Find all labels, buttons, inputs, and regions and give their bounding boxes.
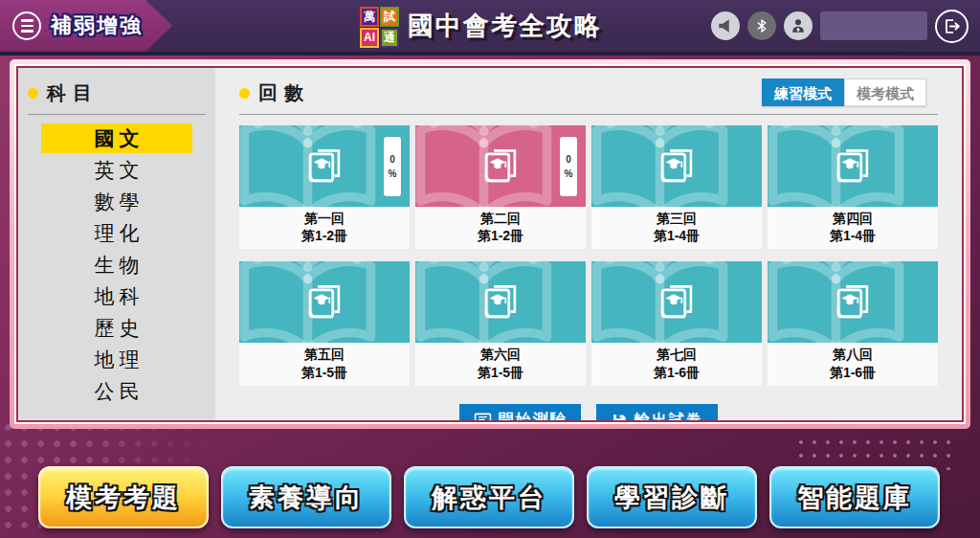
- grad-book-icon: [833, 282, 873, 323]
- action-buttons: 開始測驗 輸出試卷: [239, 404, 938, 422]
- round-card-image: [239, 261, 410, 343]
- grad-book-icon: [480, 282, 521, 323]
- mode-tab[interactable]: 模考模式: [844, 78, 926, 106]
- user-button[interactable]: [784, 11, 813, 40]
- grad-book-icon: [833, 146, 873, 187]
- round-card-label: 第四回 第1-4冊: [768, 207, 938, 249]
- rounds-header: 回數: [239, 78, 310, 107]
- logout-icon: [943, 17, 961, 35]
- round-card-label: 第二回 第1-2冊: [415, 207, 586, 249]
- subject-item[interactable]: 數學: [41, 187, 192, 216]
- round-card[interactable]: 第四回 第1-4冊: [768, 125, 938, 249]
- round-card[interactable]: 0 % 第一回 第1-2冊: [239, 125, 410, 249]
- round-card[interactable]: 第六回 第1-5冊: [415, 261, 586, 385]
- content-panel: 科目 國文 英文 數學 理化 生物 地科 歷史 地理: [16, 66, 964, 422]
- round-title: 第七回: [591, 346, 762, 363]
- round-card[interactable]: 0 % 第二回 第1-2冊: [415, 125, 586, 249]
- bottom-nav-button[interactable]: 智能題庫: [769, 466, 940, 528]
- app-title: 國中會考全攻略: [408, 9, 602, 43]
- round-card-label: 第七回 第1-6冊: [591, 343, 762, 385]
- round-volumes: 第1-5冊: [239, 364, 410, 381]
- subject-item[interactable]: 公民: [41, 376, 192, 406]
- round-card[interactable]: 第三回 第1-4冊: [591, 125, 762, 249]
- round-card-label: 第一回 第1-2冊: [239, 207, 410, 249]
- rounds-area: 回數 練習模式 模考模式: [215, 68, 962, 420]
- round-card[interactable]: 第八回 第1-6冊: [768, 261, 938, 385]
- round-volumes: 第1-4冊: [768, 227, 938, 244]
- bottom-nav-button[interactable]: 素養導向: [221, 466, 391, 528]
- bottom-nav-button[interactable]: 模考考題: [38, 466, 209, 528]
- round-title: 第三回: [591, 210, 762, 227]
- subject-item[interactable]: 理化: [41, 218, 192, 248]
- grad-book-icon: [304, 282, 345, 323]
- round-volumes: 第1-5冊: [415, 364, 586, 381]
- background-dots-right: [794, 436, 957, 470]
- speaker-icon: [717, 17, 734, 34]
- logo-tile: 試: [380, 7, 399, 27]
- progress-value: 0: [566, 152, 571, 167]
- app-logo: 萬 試 AI 通: [360, 7, 399, 46]
- bottom-nav: 模考考題 素養導向 解惑平台 學習診斷 智能題庫: [38, 466, 940, 528]
- round-card-label: 第三回 第1-4冊: [591, 207, 762, 249]
- round-card-grid: 0 % 第一回 第1-2冊: [239, 125, 938, 386]
- round-card-label: 第八回 第1-6冊: [768, 343, 938, 385]
- round-card-image: [768, 261, 938, 343]
- subject-item[interactable]: 歷史: [41, 313, 192, 343]
- grad-book-icon: [304, 146, 345, 187]
- menu-icon[interactable]: [12, 11, 41, 40]
- monitor-icon: [474, 412, 492, 422]
- exit-button[interactable]: [935, 10, 969, 43]
- subjects-header: 科目: [28, 78, 206, 107]
- rounds-header-row: 回數 練習模式 模考模式: [239, 78, 938, 107]
- round-title: 第六回: [415, 346, 586, 363]
- mode-tabs: 練習模式 模考模式: [762, 78, 926, 106]
- progress-pill: 0 %: [384, 137, 401, 196]
- round-card[interactable]: 第五回 第1-5冊: [239, 261, 410, 385]
- content-frame: 科目 國文 英文 數學 理化 生物 地科 歷史 地理: [10, 59, 970, 429]
- round-volumes: 第1-2冊: [415, 227, 586, 244]
- logo-tile: AI: [360, 28, 379, 48]
- mode-tab[interactable]: 練習模式: [762, 78, 844, 106]
- round-card-image: [415, 261, 586, 343]
- progress-pill: 0 %: [560, 137, 577, 196]
- subject-item[interactable]: 國文: [41, 123, 192, 153]
- save-icon: [611, 413, 628, 422]
- subject-item[interactable]: 英文: [41, 155, 192, 185]
- bottom-nav-button[interactable]: 解惑平台: [404, 466, 574, 528]
- bullet-icon: [28, 88, 38, 99]
- grad-book-icon: [657, 146, 697, 187]
- round-card-image: 0 %: [239, 125, 410, 207]
- subject-item[interactable]: 地科: [41, 281, 192, 311]
- round-title: 第八回: [768, 346, 938, 363]
- rounds-divider: [239, 114, 938, 115]
- app-title-group: 萬 試 AI 通 國中會考全攻略: [360, 0, 602, 52]
- back-label: 補弱增強: [51, 11, 143, 40]
- round-card-label: 第六回 第1-5冊: [415, 343, 586, 385]
- start-test-button[interactable]: 開始測驗: [459, 404, 581, 422]
- round-volumes: 第1-4冊: [591, 227, 762, 244]
- subject-list: 國文 英文 數學 理化 生物 地科 歷史 地理 公民: [41, 123, 192, 406]
- progress-unit: %: [389, 167, 397, 181]
- grad-book-icon: [657, 282, 697, 323]
- header-controls: [711, 0, 969, 52]
- round-card-image: [768, 125, 938, 207]
- sidebar-divider: [28, 114, 206, 115]
- bullet-icon: [239, 88, 250, 99]
- round-volumes: 第1-6冊: [768, 364, 938, 381]
- subject-item[interactable]: 生物: [41, 250, 192, 280]
- bluetooth-button[interactable]: [747, 11, 776, 40]
- bottom-nav-button[interactable]: 學習診斷: [587, 466, 757, 528]
- round-title: 第五回: [239, 346, 410, 363]
- round-card[interactable]: 第七回 第1-6冊: [591, 261, 762, 385]
- subject-item[interactable]: 地理: [41, 345, 192, 374]
- round-title: 第二回: [415, 210, 586, 227]
- volume-button[interactable]: [711, 11, 740, 40]
- start-test-label: 開始測驗: [499, 411, 568, 422]
- round-volumes: 第1-2冊: [239, 227, 410, 244]
- round-title: 第四回: [768, 210, 938, 227]
- back-section[interactable]: 補弱增強: [0, 0, 182, 52]
- progress-unit: %: [565, 167, 573, 181]
- bluetooth-icon: [754, 18, 769, 34]
- export-exam-button[interactable]: 輸出試卷: [596, 404, 718, 422]
- user-icon: [790, 17, 807, 34]
